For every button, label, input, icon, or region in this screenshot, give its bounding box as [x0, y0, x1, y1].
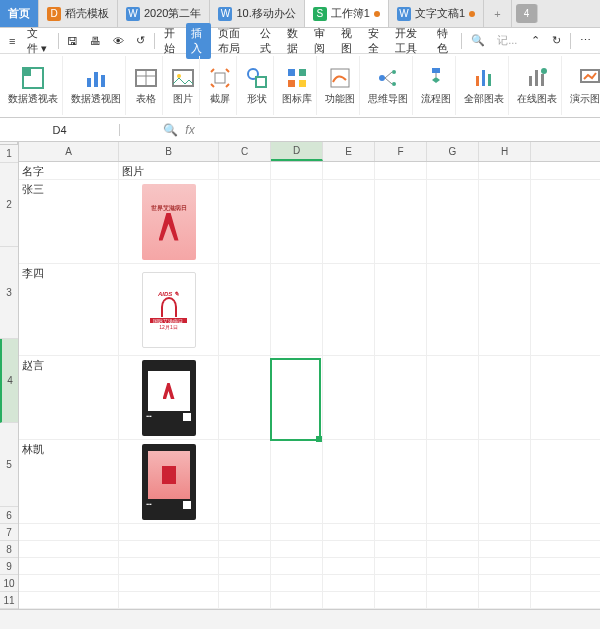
- cell-E5[interactable]: [323, 440, 375, 524]
- ribbon-mindmap[interactable]: 思维导图: [364, 56, 413, 115]
- ribbon-tab-formula[interactable]: 公式: [255, 23, 280, 59]
- cell-B9[interactable]: [119, 575, 219, 592]
- cell-H1[interactable]: [479, 162, 531, 180]
- formula-input[interactable]: [200, 124, 600, 136]
- ribbon-tab-review[interactable]: 审阅: [309, 23, 334, 59]
- row-header-8[interactable]: 8: [0, 541, 18, 558]
- ribbon-funcchart[interactable]: 功能图: [321, 56, 360, 115]
- cell-F6[interactable]: [375, 524, 427, 541]
- cell-D8[interactable]: [271, 558, 323, 575]
- ribbon-screenshot[interactable]: 截屏: [204, 56, 237, 115]
- ribbon-tab-special[interactable]: 特色: [432, 23, 457, 59]
- cell-A9[interactable]: [19, 575, 119, 592]
- ribbon-tab-data[interactable]: 数据: [282, 23, 307, 59]
- fx-search-icon[interactable]: 🔍: [160, 123, 180, 137]
- cell-A8[interactable]: [19, 558, 119, 575]
- cell-E10[interactable]: [323, 592, 375, 609]
- row-header-1[interactable]: 1: [0, 145, 18, 163]
- ribbon-tab-devtools[interactable]: 开发工具: [390, 23, 430, 59]
- row-header-9[interactable]: 9: [0, 558, 18, 575]
- ribbon-shapes[interactable]: 形状: [241, 56, 274, 115]
- cell-F7[interactable]: [375, 541, 427, 558]
- cell-D4[interactable]: [271, 356, 323, 440]
- ribbon-picture[interactable]: 图片: [167, 56, 200, 115]
- cell-G6[interactable]: [427, 524, 479, 541]
- cell-G7[interactable]: [427, 541, 479, 558]
- redo-icon[interactable]: ↻: [547, 31, 566, 50]
- cell-F8[interactable]: [375, 558, 427, 575]
- cell-G2[interactable]: [427, 180, 479, 264]
- cell-C3[interactable]: [219, 264, 271, 356]
- cell-E7[interactable]: [323, 541, 375, 558]
- cell-G10[interactable]: [427, 592, 479, 609]
- cell-H10[interactable]: [479, 592, 531, 609]
- ribbon-tab-start[interactable]: 开始: [159, 23, 184, 59]
- ribbon-allcharts[interactable]: 全部图表: [460, 56, 509, 115]
- col-header-A[interactable]: A: [19, 142, 119, 161]
- ribbon-pivotchart[interactable]: 数据透视图: [67, 56, 126, 115]
- cell-C1[interactable]: [219, 162, 271, 180]
- cell-E9[interactable]: [323, 575, 375, 592]
- more-icon[interactable]: ⋯: [575, 31, 596, 50]
- cell-G8[interactable]: [427, 558, 479, 575]
- col-header-H[interactable]: H: [479, 142, 531, 161]
- cell-D3[interactable]: [271, 264, 323, 356]
- name-box[interactable]: D4: [0, 124, 120, 136]
- cell-E1[interactable]: [323, 162, 375, 180]
- search-icon[interactable]: 🔍: [466, 31, 490, 50]
- cell-H8[interactable]: [479, 558, 531, 575]
- cell-A4[interactable]: 赵言: [19, 356, 119, 440]
- undo-icon[interactable]: ↺: [131, 31, 150, 50]
- cell-C10[interactable]: [219, 592, 271, 609]
- new-tab-button[interactable]: +: [484, 0, 512, 27]
- cell-D6[interactable]: [271, 524, 323, 541]
- ribbon-iconlib[interactable]: 图标库: [278, 56, 317, 115]
- cells-area[interactable]: 名字图片张三世界艾滋病日李四AIDS ✎国际艾滋病日12月1日赵言▪▪▪林凯▪▪…: [19, 162, 600, 609]
- cell-A3[interactable]: 李四: [19, 264, 119, 356]
- cell-C5[interactable]: [219, 440, 271, 524]
- cell-D5[interactable]: [271, 440, 323, 524]
- cell-C6[interactable]: [219, 524, 271, 541]
- cell-E2[interactable]: [323, 180, 375, 264]
- col-header-B[interactable]: B: [119, 142, 219, 161]
- cell-F3[interactable]: [375, 264, 427, 356]
- cell-D7[interactable]: [271, 541, 323, 558]
- row-header-11[interactable]: 11: [0, 592, 18, 609]
- cell-C9[interactable]: [219, 575, 271, 592]
- cell-B5[interactable]: ▪▪▪: [119, 440, 219, 524]
- ribbon-tab-security[interactable]: 安全: [363, 23, 388, 59]
- cell-A2[interactable]: 张三: [19, 180, 119, 264]
- cell-G9[interactable]: [427, 575, 479, 592]
- cell-H2[interactable]: [479, 180, 531, 264]
- cell-A6[interactable]: [19, 524, 119, 541]
- fx-icon[interactable]: fx: [180, 123, 200, 137]
- cell-B8[interactable]: [119, 558, 219, 575]
- cell-G1[interactable]: [427, 162, 479, 180]
- ribbon-presentcharts[interactable]: 演示图表: [566, 56, 600, 115]
- cell-C4[interactable]: [219, 356, 271, 440]
- cell-E3[interactable]: [323, 264, 375, 356]
- cell-B4[interactable]: ▪▪▪: [119, 356, 219, 440]
- cell-A1[interactable]: 名字: [19, 162, 119, 180]
- cell-A10[interactable]: [19, 592, 119, 609]
- cell-D10[interactable]: [271, 592, 323, 609]
- cell-D1[interactable]: [271, 162, 323, 180]
- cell-E8[interactable]: [323, 558, 375, 575]
- row-header-6[interactable]: 6: [0, 507, 18, 524]
- row-header-10[interactable]: 10: [0, 575, 18, 592]
- col-header-E[interactable]: E: [323, 142, 375, 161]
- col-header-G[interactable]: G: [427, 142, 479, 161]
- print-icon[interactable]: 🖶: [85, 32, 106, 50]
- cell-F5[interactable]: [375, 440, 427, 524]
- row-header-4[interactable]: 4: [0, 339, 18, 423]
- col-header-C[interactable]: C: [219, 142, 271, 161]
- cell-B1[interactable]: 图片: [119, 162, 219, 180]
- col-header-F[interactable]: F: [375, 142, 427, 161]
- cell-F10[interactable]: [375, 592, 427, 609]
- print-preview-icon[interactable]: 👁: [108, 32, 129, 50]
- cell-E4[interactable]: [323, 356, 375, 440]
- cell-A7[interactable]: [19, 541, 119, 558]
- cell-G5[interactable]: [427, 440, 479, 524]
- cell-B7[interactable]: [119, 541, 219, 558]
- cell-H7[interactable]: [479, 541, 531, 558]
